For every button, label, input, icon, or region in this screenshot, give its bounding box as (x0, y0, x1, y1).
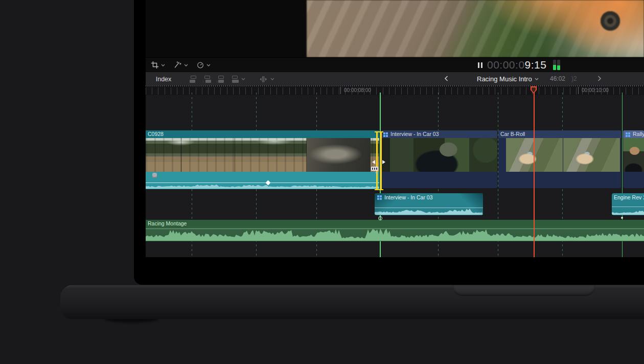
overwrite-edit-button[interactable] (231, 75, 239, 83)
trim-tool-button[interactable] (258, 76, 274, 83)
timeline-pane[interactable]: C0928 Interview - In Car 03 Car B-Roll (146, 95, 644, 257)
timecode-display: 00:00:09:15 (478, 58, 546, 72)
project-duration: 46:02 (550, 72, 565, 86)
cursor-dot (376, 172, 377, 173)
fade-out-shading (461, 193, 483, 215)
chevron-down-icon (535, 78, 539, 80)
ruler-timecode-label: 00:00:08:00 (340, 87, 371, 94)
clip-interview-in-car-video[interactable]: Interview - In Car 03 (381, 130, 497, 188)
project-name: Racing Music Intro (477, 72, 532, 86)
macbook-base (60, 285, 644, 319)
clip-audio-lane (146, 172, 379, 189)
multicam-icon (626, 132, 628, 134)
clip-thumbnail (381, 138, 497, 172)
pause-icon (478, 62, 482, 68)
trim-tool-icon (258, 76, 268, 83)
timecode-dim: 00:00:0 (487, 58, 525, 72)
timecode-bright: 9:15 (525, 58, 547, 72)
crop-tool-icon (151, 61, 159, 69)
timeline-top-dotted-line (146, 85, 644, 86)
trim-arrow-right-icon (382, 160, 385, 164)
next-chevron-icon (597, 76, 602, 81)
index-button[interactable]: Index (151, 72, 176, 86)
clip-label: Rally Ra (633, 130, 644, 138)
clip-effect-badge[interactable] (152, 173, 157, 178)
crop-tool-button[interactable] (151, 61, 165, 69)
viewer-toolbar: 00:00:09:15 (146, 57, 644, 72)
viewer-video-frame (307, 0, 644, 57)
macbook-scene: 00:00:09:15 Index ↓ ↓ (0, 0, 644, 364)
chevron-down-icon (241, 78, 245, 80)
clip-c0928[interactable]: C0928 (146, 130, 379, 189)
volume-line[interactable] (146, 183, 379, 183)
enhancements-wand-icon (173, 61, 182, 69)
retime-button[interactable] (196, 61, 211, 69)
project-duration-ghost: )2 (571, 72, 577, 86)
viewer-pane (146, 0, 644, 57)
clip-engine-rev-2[interactable]: Engine Rev 2 (612, 193, 644, 215)
clip-thumbnail (623, 138, 644, 172)
project-title-menu[interactable]: Racing Music Intro (477, 72, 539, 86)
volume-line[interactable] (612, 207, 644, 207)
enhancements-button[interactable] (173, 61, 188, 69)
audio-waveform (146, 228, 644, 241)
timeline-ruler[interactable]: 00:00:08:00 00:00:10:00 (146, 85, 644, 96)
append-edit-button[interactable]: ↓ (217, 75, 225, 83)
trim-edge-left[interactable] (376, 131, 378, 190)
trim-arrow-left-icon (372, 160, 375, 164)
volume-line[interactable] (375, 208, 483, 208)
volume-line[interactable] (146, 229, 644, 229)
multicam-icon (377, 195, 379, 197)
retime-icon (196, 61, 204, 69)
clip-rally-race[interactable]: Rally Ra (623, 130, 644, 188)
fcp-window: 00:00:09:15 Index ↓ ↓ (146, 0, 644, 257)
chevron-down-icon (270, 78, 274, 80)
macbook-lid-notch (452, 285, 595, 296)
chevron-down-icon (206, 64, 211, 66)
trim-edge-right[interactable] (380, 131, 382, 190)
fade-handle[interactable] (378, 216, 382, 220)
ruler-ticks (146, 87, 644, 95)
clip-thumbnail-dark (307, 138, 371, 172)
connect-edit-button[interactable] (190, 75, 198, 83)
clip-label: Interview - In Car 03 (390, 130, 439, 138)
next-project-button[interactable] (593, 72, 606, 86)
macbook-screen: 00:00:09:15 Index ↓ ↓ (134, 0, 644, 285)
clip-filmstrip-thumbnails (506, 138, 620, 172)
audio-waveform (146, 183, 379, 189)
clip-label: Interview - In Car 03 (384, 194, 433, 201)
tire-in-video (601, 11, 620, 31)
chevron-down-icon (184, 64, 188, 66)
clip-label: C0928 (148, 130, 164, 138)
ruler-timecode-label: 00:00:10:00 (578, 87, 609, 94)
clip-car-b-roll[interactable]: Car B-Roll (498, 130, 621, 188)
previous-project-button[interactable] (440, 72, 452, 86)
edit-buttons-group: ↓ ↓ (190, 72, 274, 86)
timeline-header-bar: Index ↓ ↓ (146, 72, 644, 86)
previous-chevron-icon (444, 76, 448, 81)
filmstrip-cursor-icon (371, 167, 378, 171)
clip-label: Engine Rev 2 (614, 194, 644, 201)
clip-label: Racing Montage (148, 220, 187, 228)
clip-racing-montage-music[interactable]: Racing Montage (146, 220, 644, 241)
playhead[interactable] (534, 87, 535, 257)
insert-edit-button[interactable]: ↓ (203, 75, 212, 83)
keyframe-dot[interactable] (621, 217, 623, 219)
chevron-down-icon (161, 64, 165, 66)
clip-interview-in-car-audio[interactable]: Interview - In Car 03 (375, 193, 483, 215)
multicam-icon (383, 132, 385, 134)
audio-meters[interactable] (553, 60, 560, 70)
audio-waveform (612, 210, 644, 215)
clip-label: Car B-Roll (500, 130, 525, 138)
